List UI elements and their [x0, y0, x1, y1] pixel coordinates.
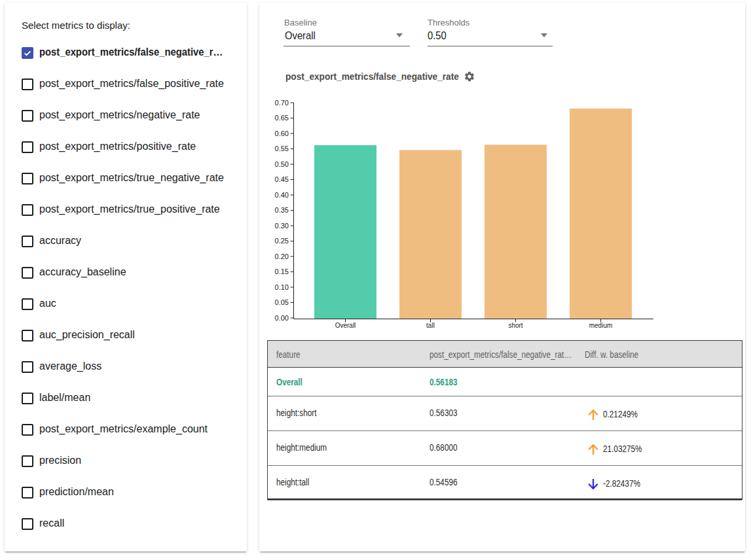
svg-text:0.25: 0.25 — [275, 237, 289, 245]
svg-text:0.70: 0.70 — [275, 99, 289, 107]
svg-text:0.60: 0.60 — [275, 130, 289, 137]
svg-text:medium: medium — [589, 322, 613, 329]
svg-text:0.45: 0.45 — [275, 175, 289, 183]
svg-text:0.40: 0.40 — [275, 191, 289, 199]
svg-text:0.15: 0.15 — [275, 268, 289, 275]
svg-text:0.20: 0.20 — [275, 253, 289, 260]
svg-text:0.65: 0.65 — [275, 114, 289, 122]
svg-text:0.05: 0.05 — [275, 298, 289, 306]
svg-text:0.50: 0.50 — [275, 160, 289, 168]
svg-text:tall: tall — [426, 322, 435, 329]
svg-text:0.55: 0.55 — [275, 145, 289, 152]
svg-text:0.00: 0.00 — [275, 314, 289, 322]
svg-text:0.35: 0.35 — [275, 206, 289, 214]
svg-text:short: short — [508, 322, 522, 329]
svg-text:Overall: Overall — [335, 322, 356, 329]
svg-text:0.10: 0.10 — [275, 283, 289, 291]
svg-text:0.30: 0.30 — [275, 222, 289, 230]
